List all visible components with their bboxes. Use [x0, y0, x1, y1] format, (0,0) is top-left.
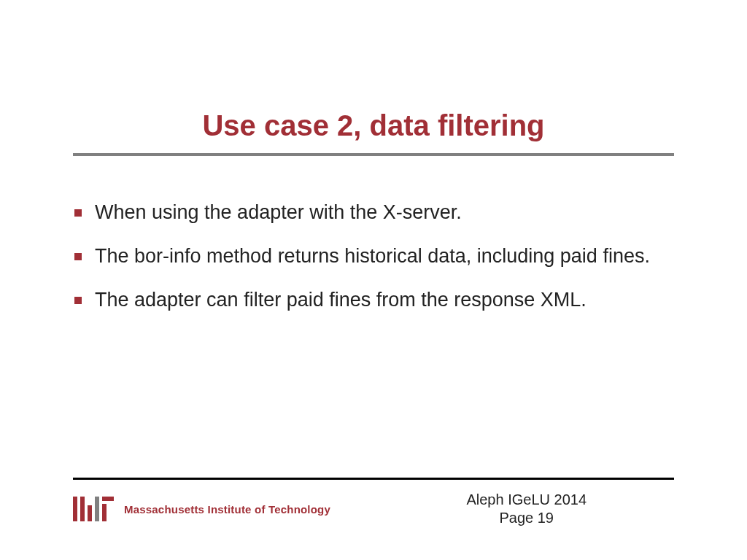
title-block: Use case 2, data filtering	[73, 109, 674, 151]
slide-title: Use case 2, data filtering	[73, 109, 674, 151]
list-item: The adapter can filter paid fines from t…	[73, 288, 674, 313]
footer: Massachusetts Institute of Technology Al…	[73, 487, 674, 531]
list-item: When using the adapter with the X-server…	[73, 201, 674, 225]
institution-name: Massachusetts Institute of Technology	[124, 503, 330, 516]
list-item: The bor-info method returns historical d…	[73, 244, 674, 269]
logo-block: Massachusetts Institute of Technology	[73, 497, 330, 521]
content-area: When using the adapter with the X-server…	[73, 201, 674, 331]
bullet-list: When using the adapter with the X-server…	[73, 201, 674, 312]
slide: Use case 2, data filtering When using th…	[0, 0, 747, 560]
bullet-text: The adapter can filter paid fines from t…	[95, 289, 587, 311]
page-number: Page 19	[466, 509, 587, 527]
bullet-text: When using the adapter with the X-server…	[95, 201, 462, 223]
title-underline	[73, 153, 674, 156]
footer-divider	[73, 478, 674, 480]
event-name: Aleph IGeLU 2014	[466, 491, 587, 509]
footer-meta: Aleph IGeLU 2014 Page 19	[466, 491, 587, 527]
mit-logo-icon	[73, 497, 114, 521]
bullet-text: The bor-info method returns historical d…	[95, 245, 650, 267]
